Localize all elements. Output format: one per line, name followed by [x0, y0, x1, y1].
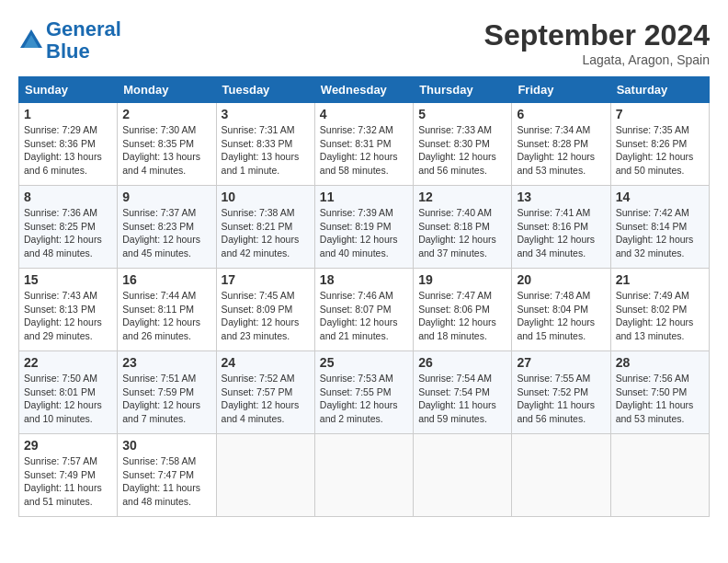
day-info: Sunrise: 7:47 AM Sunset: 8:06 PM Dayligh… [418, 289, 506, 343]
calendar-cell: 16 Sunrise: 7:44 AM Sunset: 8:11 PM Dayl… [118, 269, 216, 351]
day-info: Sunrise: 7:49 AM Sunset: 8:02 PM Dayligh… [616, 289, 704, 343]
day-number: 26 [418, 355, 506, 370]
day-info: Sunrise: 7:57 AM Sunset: 7:49 PM Dayligh… [24, 454, 112, 509]
day-number: 8 [24, 190, 112, 204]
day-info: Sunrise: 7:56 AM Sunset: 7:50 PM Dayligh… [616, 372, 704, 426]
day-number: 2 [122, 107, 210, 121]
calendar-cell: 1 Sunrise: 7:29 AM Sunset: 8:36 PM Dayli… [19, 103, 118, 186]
day-info: Sunrise: 7:45 AM Sunset: 8:09 PM Dayligh… [222, 289, 310, 343]
day-number: 7 [616, 107, 704, 121]
day-number: 11 [320, 190, 408, 204]
day-info: Sunrise: 7:55 AM Sunset: 7:52 PM Dayligh… [517, 372, 605, 426]
calendar-cell [610, 434, 709, 517]
page-header: GeneralBlue September 2024 Lagata, Arago… [18, 18, 710, 67]
day-number: 22 [24, 355, 112, 370]
calendar-cell: 5 Sunrise: 7:33 AM Sunset: 8:30 PM Dayli… [414, 103, 512, 186]
day-number: 1 [24, 107, 112, 121]
title-block: September 2024 Lagata, Aragon, Spain [484, 18, 710, 67]
calendar-cell: 11 Sunrise: 7:39 AM Sunset: 8:19 PM Dayl… [314, 186, 413, 269]
day-info: Sunrise: 7:36 AM Sunset: 8:25 PM Dayligh… [24, 206, 112, 260]
day-info: Sunrise: 7:44 AM Sunset: 8:11 PM Dayligh… [122, 289, 210, 343]
calendar-table: Sunday Monday Tuesday Wednesday Thursday… [18, 76, 710, 517]
day-info: Sunrise: 7:33 AM Sunset: 8:30 PM Dayligh… [418, 123, 506, 178]
col-sunday: Sunday [19, 77, 118, 103]
calendar-cell: 18 Sunrise: 7:46 AM Sunset: 8:07 PM Dayl… [314, 269, 413, 351]
day-number: 20 [517, 272, 605, 287]
calendar-cell: 26 Sunrise: 7:54 AM Sunset: 7:54 PM Dayl… [414, 351, 512, 434]
logo-icon [18, 28, 44, 53]
day-info: Sunrise: 7:58 AM Sunset: 7:47 PM Dayligh… [122, 454, 210, 509]
col-monday: Monday [118, 77, 216, 103]
calendar-cell [314, 434, 413, 517]
day-number: 4 [320, 107, 408, 121]
day-number: 18 [320, 272, 408, 287]
logo: GeneralBlue [18, 18, 121, 63]
day-info: Sunrise: 7:38 AM Sunset: 8:21 PM Dayligh… [222, 206, 310, 260]
day-number: 16 [122, 272, 210, 287]
calendar-cell: 6 Sunrise: 7:34 AM Sunset: 8:28 PM Dayli… [512, 103, 610, 186]
calendar-cell: 19 Sunrise: 7:47 AM Sunset: 8:06 PM Dayl… [414, 269, 512, 351]
day-number: 25 [320, 355, 408, 370]
day-number: 21 [616, 272, 704, 287]
col-wednesday: Wednesday [314, 77, 413, 103]
calendar-row: 29 Sunrise: 7:57 AM Sunset: 7:49 PM Dayl… [19, 434, 710, 517]
calendar-cell: 17 Sunrise: 7:45 AM Sunset: 8:09 PM Dayl… [216, 269, 314, 351]
day-info: Sunrise: 7:53 AM Sunset: 7:55 PM Dayligh… [320, 372, 408, 426]
calendar-cell [512, 434, 610, 517]
col-friday: Friday [512, 77, 610, 103]
day-info: Sunrise: 7:34 AM Sunset: 8:28 PM Dayligh… [517, 123, 605, 178]
calendar-cell [216, 434, 314, 517]
day-info: Sunrise: 7:37 AM Sunset: 8:23 PM Dayligh… [122, 206, 210, 260]
day-info: Sunrise: 7:40 AM Sunset: 8:18 PM Dayligh… [418, 206, 506, 260]
day-number: 10 [222, 190, 310, 204]
day-number: 29 [24, 438, 112, 453]
day-number: 9 [122, 190, 210, 204]
calendar-row: 8 Sunrise: 7:36 AM Sunset: 8:25 PM Dayli… [19, 186, 710, 269]
calendar-cell: 8 Sunrise: 7:36 AM Sunset: 8:25 PM Dayli… [19, 186, 118, 269]
day-number: 5 [418, 107, 506, 121]
calendar-cell: 25 Sunrise: 7:53 AM Sunset: 7:55 PM Dayl… [314, 351, 413, 434]
calendar-cell: 22 Sunrise: 7:50 AM Sunset: 8:01 PM Dayl… [19, 351, 118, 434]
calendar-cell: 24 Sunrise: 7:52 AM Sunset: 7:57 PM Dayl… [216, 351, 314, 434]
calendar-row: 15 Sunrise: 7:43 AM Sunset: 8:13 PM Dayl… [19, 269, 710, 351]
day-info: Sunrise: 7:43 AM Sunset: 8:13 PM Dayligh… [24, 289, 112, 343]
calendar-cell [414, 434, 512, 517]
day-info: Sunrise: 7:42 AM Sunset: 8:14 PM Dayligh… [616, 206, 704, 260]
calendar-cell: 21 Sunrise: 7:49 AM Sunset: 8:02 PM Dayl… [610, 269, 709, 351]
calendar-cell: 15 Sunrise: 7:43 AM Sunset: 8:13 PM Dayl… [19, 269, 118, 351]
calendar-row: 22 Sunrise: 7:50 AM Sunset: 8:01 PM Dayl… [19, 351, 710, 434]
calendar-cell: 23 Sunrise: 7:51 AM Sunset: 7:59 PM Dayl… [118, 351, 216, 434]
calendar-cell: 28 Sunrise: 7:56 AM Sunset: 7:50 PM Dayl… [610, 351, 709, 434]
calendar-cell: 10 Sunrise: 7:38 AM Sunset: 8:21 PM Dayl… [216, 186, 314, 269]
calendar-cell: 29 Sunrise: 7:57 AM Sunset: 7:49 PM Dayl… [19, 434, 118, 517]
day-info: Sunrise: 7:46 AM Sunset: 8:07 PM Dayligh… [320, 289, 408, 343]
day-info: Sunrise: 7:31 AM Sunset: 8:33 PM Dayligh… [222, 123, 310, 178]
col-tuesday: Tuesday [216, 77, 314, 103]
calendar-cell: 20 Sunrise: 7:48 AM Sunset: 8:04 PM Dayl… [512, 269, 610, 351]
calendar-cell: 7 Sunrise: 7:35 AM Sunset: 8:26 PM Dayli… [610, 103, 709, 186]
day-number: 24 [222, 355, 310, 370]
calendar-cell: 14 Sunrise: 7:42 AM Sunset: 8:14 PM Dayl… [610, 186, 709, 269]
day-info: Sunrise: 7:48 AM Sunset: 8:04 PM Dayligh… [517, 289, 605, 343]
day-info: Sunrise: 7:39 AM Sunset: 8:19 PM Dayligh… [320, 206, 408, 260]
day-number: 23 [122, 355, 210, 370]
calendar-cell: 2 Sunrise: 7:30 AM Sunset: 8:35 PM Dayli… [118, 103, 216, 186]
calendar-cell: 30 Sunrise: 7:58 AM Sunset: 7:47 PM Dayl… [118, 434, 216, 517]
calendar-row: 1 Sunrise: 7:29 AM Sunset: 8:36 PM Dayli… [19, 103, 710, 186]
day-number: 12 [418, 190, 506, 204]
day-number: 19 [418, 272, 506, 287]
day-info: Sunrise: 7:29 AM Sunset: 8:36 PM Dayligh… [24, 123, 112, 178]
calendar-cell: 9 Sunrise: 7:37 AM Sunset: 8:23 PM Dayli… [118, 186, 216, 269]
calendar-cell: 4 Sunrise: 7:32 AM Sunset: 8:31 PM Dayli… [314, 103, 413, 186]
col-thursday: Thursday [414, 77, 512, 103]
calendar-cell: 13 Sunrise: 7:41 AM Sunset: 8:16 PM Dayl… [512, 186, 610, 269]
day-number: 14 [616, 190, 704, 204]
day-number: 15 [24, 272, 112, 287]
day-info: Sunrise: 7:52 AM Sunset: 7:57 PM Dayligh… [222, 372, 310, 426]
calendar-cell: 27 Sunrise: 7:55 AM Sunset: 7:52 PM Dayl… [512, 351, 610, 434]
col-saturday: Saturday [610, 77, 709, 103]
day-number: 17 [222, 272, 310, 287]
day-info: Sunrise: 7:54 AM Sunset: 7:54 PM Dayligh… [418, 372, 506, 426]
location: Lagata, Aragon, Spain [484, 52, 710, 67]
day-number: 3 [222, 107, 310, 121]
